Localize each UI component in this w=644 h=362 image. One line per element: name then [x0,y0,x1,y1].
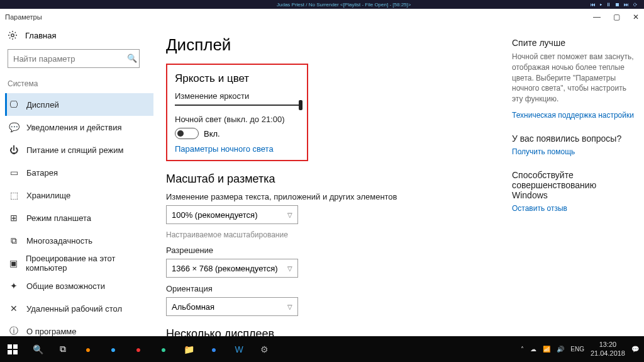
taskbar-app-8[interactable]: ⚙ [252,337,277,362]
close-button[interactable]: ✕ [633,13,639,21]
svg-rect-1 [8,344,12,349]
project-icon: ▣ [9,258,18,268]
sidebar-item-notifications[interactable]: 💬Уведомления и действия [5,116,153,139]
feedback-link[interactable]: Оставить отзыв [512,204,634,213]
brightness-label: Изменение яркости [175,91,299,101]
slider-thumb[interactable] [299,100,303,110]
tablet-icon: ⊞ [9,213,19,223]
brightness-slider[interactable] [175,105,301,106]
power-icon: ⏻ [9,145,19,155]
help-link[interactable]: Получить помощь [512,147,634,156]
tray-chevron-up-icon[interactable]: ˄ [521,346,524,353]
resolution-select[interactable]: 1366 × 768 (рекомендуется) ▽ [166,259,298,278]
system-tray[interactable]: ˄ ☁ 📶 🔊 ENG 13:20 21.04.2018 💬 [521,341,644,357]
gear-icon [8,30,18,40]
category-label: Система [5,77,153,93]
home-nav[interactable]: Главная [5,25,153,45]
svg-rect-3 [8,350,12,354]
tray-wifi-icon[interactable]: 📶 [543,346,550,353]
sidebar-item-tablet[interactable]: ⊞Режим планшета [5,206,153,229]
sleep-better-title: Спите лучше [512,38,634,48]
sidebar-item-display[interactable]: 🖵Дисплей [5,93,153,116]
storage-icon: ⬚ [9,190,19,200]
player-controls[interactable]: ⏮ ▶ ⏸ ⏹ ⏭ ⟳ [591,2,639,8]
sidebar-item-about[interactable]: ⓘО программе [5,320,153,336]
tray-time: 13:20 [591,341,625,349]
sidebar-item-multitask[interactable]: ⧉Многозадачность [5,229,153,252]
remote-icon: ✕ [9,303,19,314]
taskbar-app-1[interactable]: ● [75,337,101,362]
sidebar-item-battery[interactable]: ▭Батарея [5,161,153,184]
home-label: Главная [25,31,56,40]
taskbar-app-2[interactable]: ● [101,337,126,362]
sidebar-item-projecting[interactable]: ▣Проецирование на этот компьютер [5,252,153,274]
page-title: Дисплей [166,35,499,55]
svg-rect-2 [13,344,18,349]
chevron-down-icon: ▽ [287,303,292,310]
tray-clock[interactable]: 13:20 21.04.2018 [591,341,625,357]
resolution-value: 1366 × 768 (рекомендуется) [172,264,278,273]
sidebar: Главная 🔍 Система 🖵Дисплей 💬Уведомления … [0,25,153,336]
chevron-down-icon: ▽ [287,265,292,272]
taskbar-app-5[interactable]: 📁 [176,337,201,362]
multitask-icon: ⧉ [9,235,19,246]
nightlight-toggle[interactable] [175,128,199,139]
toggle-state-label: Вкл. [204,129,220,139]
scale-label: Изменение размера текста, приложений и д… [166,192,455,201]
scale-select[interactable]: 100% (рекомендуется) ▽ [166,205,298,224]
resolution-label: Разрешение [166,246,455,255]
shared-icon: ✦ [9,281,19,291]
action-center-icon[interactable]: 💬 [631,346,639,353]
search-icon: 🔍 [127,54,137,63]
task-view-icon[interactable]: ⧉ [50,337,75,362]
sidebar-item-remote[interactable]: ✕Удаленный рабочий стол [5,297,153,320]
taskbar-app-4[interactable]: ● [151,337,176,362]
highlighted-box: Яркость и цвет Изменение яркости Ночной … [166,64,308,161]
taskbar[interactable]: 🔍 ⧉ ● ● ● ● 📁 ● W ⚙ ˄ ☁ 📶 🔊 ENG 13:20 21… [0,336,644,362]
chevron-down-icon: ▽ [287,212,292,218]
taskbar-app-7[interactable]: W [226,337,252,362]
tray-cloud-icon[interactable]: ☁ [530,346,536,353]
toggle-knob [177,130,184,137]
nightlight-settings-link[interactable]: Параметры ночного света [175,144,299,154]
chat-icon: 💬 [9,122,19,132]
window-title: Параметры [5,13,42,21]
search-box[interactable]: 🔍 [8,49,151,68]
scale-section-title: Масштаб и разметка [166,173,455,186]
media-player-bar: Judas Priest / No Surrender <[Playlist -… [0,0,644,9]
tray-volume-icon[interactable]: 🔊 [557,346,564,353]
tray-lang[interactable]: ENG [570,346,584,353]
search-input[interactable] [8,49,140,68]
battery-icon: ▭ [9,167,19,178]
nightlight-label: Ночной свет (выкл. до 21:00) [175,115,299,124]
minimize-button[interactable]: — [593,13,601,21]
svg-rect-4 [13,350,18,354]
sidebar-item-storage[interactable]: ⬚Хранилище [5,184,153,206]
maximize-button[interactable]: ▢ [613,13,620,21]
right-column: Спите лучше Ночной свет поможет вам засн… [512,25,644,336]
start-button[interactable] [0,337,25,362]
taskbar-search-icon[interactable]: 🔍 [25,337,50,362]
questions-title: У вас появились вопросы? [512,133,634,144]
improve-title: Способствуйте совершенствованию Windows [512,170,634,200]
tray-date: 21.04.2018 [591,349,625,358]
orientation-value: Альбомная [172,302,214,312]
brightness-section-title: Яркость и цвет [175,72,299,85]
window-titlebar: Параметры — ▢ ✕ [0,9,644,25]
monitor-icon: 🖵 [9,99,19,110]
info-icon: ⓘ [9,325,19,336]
taskbar-app-3[interactable]: ● [126,337,151,362]
orientation-select[interactable]: Альбомная ▽ [166,297,298,316]
scale-value: 100% (рекомендуется) [172,210,257,220]
player-track-title: Judas Priest / No Surrender <[Playlist -… [277,2,411,8]
taskbar-app-6[interactable]: ● [201,337,226,362]
sidebar-item-shared[interactable]: ✦Общие возможности [5,274,153,297]
svg-point-0 [11,34,14,37]
sidebar-item-power[interactable]: ⏻Питание и спящий режим [5,139,153,161]
support-link[interactable]: Техническая поддержка настройки [512,111,634,120]
main-panel: Дисплей Яркость и цвет Изменение яркости… [153,25,512,336]
custom-scaling-link[interactable]: Настраиваемое масштабирование [166,230,455,239]
orientation-label: Ориентация [166,284,455,293]
multi-display-section-title: Несколько дисплеев [166,327,455,336]
sleep-better-text: Ночной свет поможет вам заснуть, отображ… [512,52,634,105]
